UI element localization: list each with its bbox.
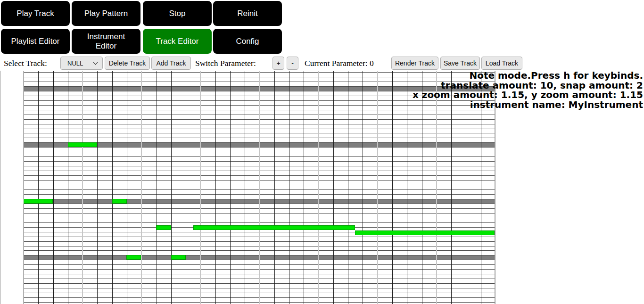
beat-line [141,71,142,304]
render-track-button[interactable]: Render Track [391,57,438,70]
play-track-button[interactable]: Play Track [1,1,70,26]
play-pattern-button[interactable]: Play Pattern [72,1,140,26]
parameter-plus-button[interactable]: + [272,57,284,70]
track-editor-button[interactable]: Track Editor [143,29,212,54]
beat-line [318,71,319,304]
parameter-minus-button[interactable]: - [287,57,298,70]
status-line-translate: translate amount: 10, snap amount: 2 [413,81,643,90]
note-block[interactable] [68,142,97,147]
note-block[interactable] [112,199,127,204]
config-button[interactable]: Config [213,29,282,54]
beat-line [377,71,378,304]
beat-line [200,71,201,304]
status-line-zoom: x zoom amount: 1.15, y zoom amount: 1.15 [413,90,643,100]
note-block[interactable] [171,255,186,260]
current-parameter-value: 0 [370,58,374,68]
switch-parameter-label: Switch Parameter: [195,57,256,70]
instrument-editor-button[interactable]: Instrument Editor [72,29,140,54]
add-track-button[interactable]: Add Track [151,57,191,70]
status-line-instrument: instrument name: MyInstrument [413,100,643,110]
track-select-value: NULL [61,60,94,67]
reinit-button[interactable]: Reinit [213,1,282,26]
current-parameter-label: Current Parameter: 0 [305,57,374,70]
note-block[interactable] [355,230,495,235]
note-block[interactable] [156,225,171,230]
beat-line [82,71,83,304]
stop-button[interactable]: Stop [143,1,212,26]
track-select[interactable]: NULL [60,57,103,70]
note-block[interactable] [126,255,141,260]
beat-line [259,71,260,304]
status-overlay: Note mode.Press h for keybinds. translat… [413,71,643,110]
chevron-down-icon [93,60,98,65]
save-track-button[interactable]: Save Track [440,57,480,70]
status-line-mode: Note mode.Press h for keybinds. [413,71,643,81]
note-block[interactable] [24,199,53,204]
canvas-border-line [0,71,1,304]
playlist-editor-button[interactable]: Playlist Editor [1,29,70,54]
delete-track-button[interactable]: Delete Track [105,57,150,70]
note-block[interactable] [193,225,355,230]
select-track-label: Select Track: [4,57,47,70]
current-parameter-text: Current Parameter: [305,58,368,68]
load-track-button[interactable]: Load Track [481,57,522,70]
